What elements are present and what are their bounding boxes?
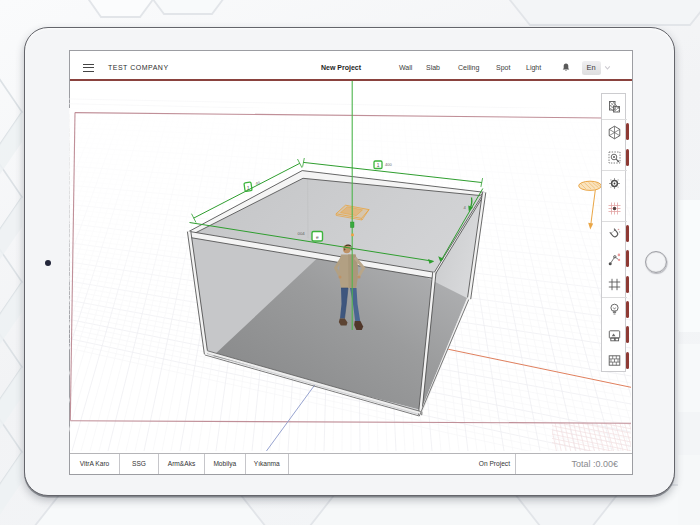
svg-text:1: 1	[377, 163, 380, 168]
svg-text:004: 004	[298, 231, 306, 236]
svg-text:e: e	[316, 235, 319, 240]
svg-text:400: 400	[385, 162, 392, 167]
